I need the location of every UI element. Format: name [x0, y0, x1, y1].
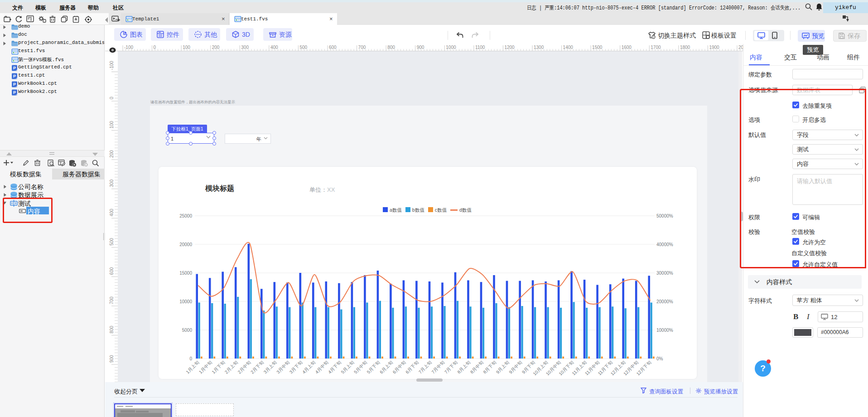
- svg-text:8月上旬: 8月上旬: [456, 360, 471, 375]
- svg-text:7月上旬: 7月上旬: [418, 360, 433, 375]
- svg-text:6月下旬: 6月下旬: [405, 360, 420, 375]
- svg-text:50000%: 50000%: [656, 213, 673, 218]
- svg-text:5月下旬: 5月下旬: [366, 360, 381, 375]
- svg-text:1月上旬: 1月上旬: [185, 360, 200, 375]
- svg-text:1月中旬: 1月中旬: [198, 360, 213, 375]
- svg-text:8月下旬: 8月下旬: [482, 360, 497, 375]
- svg-text:3月中旬: 3月中旬: [275, 360, 290, 375]
- svg-text:0: 0: [189, 356, 192, 361]
- svg-text:8月中旬: 8月中旬: [469, 360, 484, 375]
- svg-text:4月中旬: 4月中旬: [314, 360, 329, 375]
- svg-text:5月中旬: 5月中旬: [353, 360, 368, 375]
- svg-text:2月上旬: 2月上旬: [224, 360, 239, 375]
- svg-text:3月上旬: 3月上旬: [263, 360, 278, 375]
- svg-text:9月上旬: 9月上旬: [495, 360, 510, 375]
- svg-text:7月中旬: 7月中旬: [430, 360, 445, 375]
- svg-text:3月下旬: 3月下旬: [289, 360, 304, 375]
- svg-text:20000%: 20000%: [656, 299, 673, 304]
- svg-text:5月上旬: 5月上旬: [340, 360, 355, 375]
- svg-text:30000%: 30000%: [656, 271, 673, 276]
- svg-text:2月中旬: 2月中旬: [237, 360, 252, 375]
- svg-text:1月下旬: 1月下旬: [211, 360, 226, 375]
- svg-text:15000: 15000: [179, 271, 192, 276]
- svg-text:20000: 20000: [179, 242, 192, 247]
- svg-text:2月下旬: 2月下旬: [250, 360, 265, 375]
- svg-text:9月中旬: 9月中旬: [508, 360, 523, 375]
- svg-text:25000: 25000: [179, 213, 192, 218]
- svg-text:4月上旬: 4月上旬: [301, 360, 316, 375]
- svg-text:6月中旬: 6月中旬: [392, 360, 407, 375]
- svg-text:6月上旬: 6月上旬: [379, 360, 394, 375]
- svg-text:0%: 0%: [656, 356, 663, 361]
- svg-text:5000: 5000: [182, 328, 193, 333]
- svg-text:10000%: 10000%: [656, 328, 673, 333]
- svg-text:7月下旬: 7月下旬: [444, 360, 458, 375]
- svg-text:4月下旬: 4月下旬: [327, 360, 342, 375]
- svg-text:10000: 10000: [179, 299, 192, 304]
- svg-text:40000%: 40000%: [656, 242, 673, 247]
